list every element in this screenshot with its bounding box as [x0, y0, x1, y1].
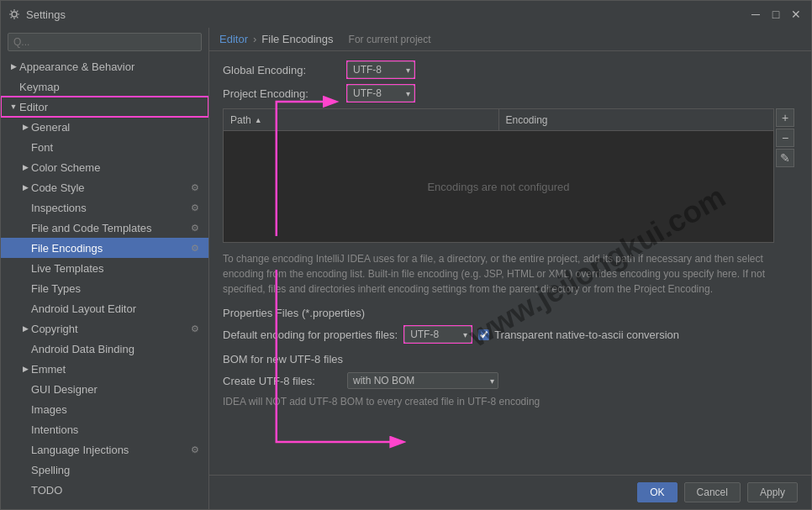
bom-note-prefix: IDEA will NOT add — [223, 396, 308, 407]
sidebar-item-general[interactable]: ▶ General — [1, 117, 208, 137]
arrow-icon — [19, 465, 31, 474]
transparent-checkbox-label: Transparent native-to-ascii conversion — [478, 329, 679, 341]
arrow-icon — [19, 284, 31, 292]
sidebar-item-copyright[interactable]: ▶ Copyright ⚙ — [1, 318, 208, 339]
remove-row-button[interactable]: − — [776, 129, 794, 147]
sidebar-item-label: GUI Designer — [31, 383, 202, 396]
sidebar-item-label: Spelling — [31, 464, 202, 476]
title-bar: Settings ─ □ ✕ — [1, 1, 811, 28]
table-header: Path ▲ Encoding — [224, 109, 773, 131]
sidebar-item-label: Emmet — [31, 363, 202, 376]
default-encoding-label: Default encoding for properties files: — [223, 329, 398, 341]
sidebar-item-label: Appearance & Behavior — [19, 60, 202, 73]
transparent-checkbox-text: Transparent native-to-ascii conversion — [494, 329, 679, 341]
bom-dropdown[interactable]: with NO BOM with BOM — [347, 372, 498, 389]
sidebar-item-appearance[interactable]: ▶ Appearance & Behavior — [1, 56, 208, 76]
ok-button[interactable]: OK — [637, 482, 677, 502]
default-encoding-row: Default encoding for properties files: U… — [223, 326, 798, 343]
sidebar-item-android-data-binding[interactable]: Android Data Binding — [1, 339, 208, 359]
table-col-encoding: Encoding — [499, 109, 774, 130]
sidebar-item-todo[interactable]: TODO — [1, 480, 208, 500]
bom-note-link: UTF-8 BOM — [308, 396, 363, 407]
sidebar-item-label: Color Scheme — [31, 161, 202, 174]
sidebar-item-label: Android Data Binding — [31, 343, 202, 355]
settings-window: Settings ─ □ ✕ ▶ Appearance & Behavior — [0, 0, 812, 510]
arrow-icon — [19, 344, 31, 353]
sidebar-item-inspections[interactable]: Inspections ⚙ — [1, 197, 208, 218]
settings-icon: ⚙ — [188, 221, 202, 234]
sidebar-item-label: File and Code Templates — [31, 222, 188, 234]
sidebar-item-color-scheme[interactable]: ▶ Color Scheme — [1, 157, 208, 177]
add-row-button[interactable]: + — [776, 108, 794, 127]
sidebar-item-file-code-templates[interactable]: File and Code Templates ⚙ — [1, 218, 208, 238]
settings-icon: ⚙ — [188, 443, 202, 456]
arrow-icon: ▼ — [8, 103, 19, 111]
settings-icon: ⚙ — [188, 322, 202, 335]
project-encoding-dropdown[interactable]: UTF-8 — [347, 85, 414, 102]
properties-section: Properties Files (*.properties) Default … — [223, 307, 798, 343]
sidebar-item-file-types[interactable]: File Types — [1, 278, 208, 298]
sidebar-item-emmet[interactable]: ▶ Emmet — [1, 359, 208, 379]
minimize-button[interactable]: ─ — [747, 6, 764, 23]
project-encoding-row: Project Encoding: UTF-8 — [223, 85, 798, 102]
window-body: ▶ Appearance & Behavior Keymap ▼ Editor … — [1, 28, 811, 509]
create-utf8-row: Create UTF-8 files: with NO BOM with BOM — [223, 372, 798, 389]
edit-row-button[interactable]: ✎ — [776, 149, 794, 167]
settings-icon: ⚙ — [188, 241, 202, 255]
arrow-icon — [8, 82, 19, 91]
sidebar-item-gui-designer[interactable]: GUI Designer — [1, 379, 208, 399]
for-current-project: For current project — [349, 34, 431, 45]
arrow-icon — [19, 264, 31, 272]
sidebar-item-live-templates[interactable]: Live Templates — [1, 258, 208, 278]
path-encoding-table-wrapper: Path ▲ Encoding Encodings are not config… — [223, 108, 774, 243]
sidebar-item-images[interactable]: Images — [1, 399, 208, 419]
cancel-button[interactable]: Cancel — [684, 482, 741, 502]
transparent-checkbox[interactable] — [478, 329, 489, 340]
sidebar-item-editor[interactable]: ▼ Editor — [1, 97, 208, 117]
arrow-icon — [19, 405, 31, 413]
sidebar-item-language-injections[interactable]: Language Injections ⚙ — [1, 439, 208, 460]
close-button[interactable]: ✕ — [788, 6, 804, 23]
global-encoding-row: Global Encoding: UTF-8 — [223, 61, 798, 78]
sidebar-item-code-style[interactable]: ▶ Code Style ⚙ — [1, 177, 208, 197]
sidebar-item-file-encodings[interactable]: File Encodings ⚙ — [1, 238, 208, 258]
project-encoding-label: Project Encoding: — [223, 87, 340, 100]
sidebar-item-font[interactable]: Font — [1, 137, 208, 157]
sidebar-item-label: TODO — [31, 484, 202, 497]
apply-button[interactable]: Apply — [747, 482, 798, 502]
sidebar-item-intentions[interactable]: Intentions — [1, 419, 208, 439]
arrow-icon: ▶ — [19, 163, 31, 171]
properties-encoding-dropdown[interactable]: UTF-8 — [404, 326, 472, 343]
search-box — [1, 28, 208, 56]
path-encoding-table: Path ▲ Encoding Encodings are not config… — [223, 108, 774, 243]
arrow-icon — [19, 223, 31, 232]
arrow-icon — [19, 244, 31, 252]
bom-note-suffix: to every created file in UTF-8 encoding — [363, 396, 540, 407]
sidebar-item-label: Intentions — [31, 423, 202, 436]
arrow-icon — [19, 486, 31, 494]
project-encoding-dropdown-wrapper: UTF-8 — [347, 85, 414, 102]
search-input[interactable] — [8, 33, 202, 51]
sidebar-item-keymap[interactable]: Keymap — [1, 76, 208, 97]
sidebar-item-label: File Types — [31, 282, 202, 295]
global-encoding-dropdown[interactable]: UTF-8 — [347, 61, 414, 78]
arrow-icon — [19, 143, 31, 151]
sidebar-item-spelling[interactable]: Spelling — [1, 460, 208, 480]
arrow-icon — [19, 385, 31, 393]
breadcrumb-separator: › — [253, 33, 256, 45]
window-title: Settings — [26, 8, 66, 21]
sidebar-item-label: Language Injections — [31, 444, 188, 456]
sidebar-item-android-layout-editor[interactable]: Android Layout Editor — [1, 298, 208, 318]
breadcrumb-parent[interactable]: Editor — [219, 33, 248, 45]
arrow-icon — [19, 445, 31, 454]
settings-icon: ⚙ — [188, 181, 202, 194]
properties-encoding-dropdown-wrapper: UTF-8 — [404, 326, 472, 343]
settings-icon: ⚙ — [188, 201, 202, 214]
sidebar-item-label: Editor — [19, 101, 202, 113]
maximize-button[interactable]: □ — [767, 6, 784, 23]
settings-icon — [8, 8, 21, 21]
table-col-path: Path ▲ — [224, 109, 499, 130]
breadcrumb-current: File Encodings — [261, 33, 333, 45]
global-encoding-label: Global Encoding: — [223, 64, 340, 76]
sidebar-item-label: Live Templates — [31, 262, 202, 275]
